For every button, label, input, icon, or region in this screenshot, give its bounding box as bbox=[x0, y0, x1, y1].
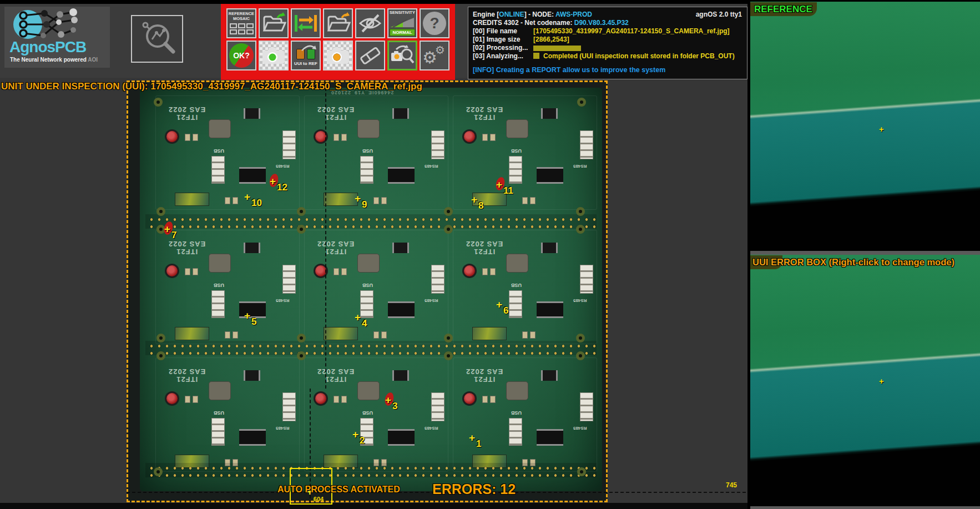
silkscreen-line2: EAS 2022 bbox=[168, 105, 205, 113]
marker-cross-icon: + bbox=[352, 429, 358, 440]
pcb-module: ITF21 EAS 2022 RS485 USB bbox=[453, 95, 597, 210]
error-marker-2[interactable]: +2 bbox=[352, 430, 362, 442]
passive-component bbox=[334, 396, 339, 403]
ok-check-button[interactable]: OK? bbox=[226, 41, 256, 70]
sensitivity-value-badge: NORMAL bbox=[390, 29, 415, 36]
error-box-panel[interactable]: UUI ERROR BOX (Right-click to change mod… bbox=[750, 255, 980, 506]
silkscreen-line1: ITF21 bbox=[317, 375, 354, 382]
error-marker-6[interactable]: +6 bbox=[496, 300, 506, 312]
passive-component bbox=[522, 331, 528, 339]
errors-count: ERRORS: 12 bbox=[432, 481, 516, 497]
mounting-hole bbox=[154, 98, 163, 107]
rs485-connector bbox=[431, 392, 444, 421]
passive-component bbox=[193, 268, 198, 275]
marker-number: 10 bbox=[251, 198, 262, 208]
silkscreen-text: ITF21 EAS 2022 bbox=[317, 239, 354, 255]
uui-to-ref-button[interactable]: UUI to REF bbox=[291, 41, 321, 70]
ic-chip-small bbox=[541, 108, 558, 119]
inspect-tool-box[interactable] bbox=[131, 15, 183, 63]
open-reference-button[interactable] bbox=[259, 8, 289, 38]
sensitivity-label: SENSITIVITY bbox=[390, 11, 415, 16]
capture-reference-button[interactable] bbox=[259, 41, 289, 70]
usb-label: USB bbox=[214, 283, 224, 288]
passive-component bbox=[193, 396, 198, 403]
rs485-label: RS485 bbox=[425, 426, 438, 431]
error-marker-4[interactable]: +4 bbox=[355, 313, 365, 325]
eye-slash-icon bbox=[357, 12, 383, 35]
error-box-image bbox=[750, 255, 980, 506]
marker-number: 4 bbox=[362, 319, 367, 328]
marker-cross-icon: + bbox=[164, 224, 170, 234]
inductor bbox=[357, 119, 380, 138]
rs485-label: RS485 bbox=[573, 298, 587, 303]
panel-separation-strip bbox=[145, 341, 597, 355]
label-window bbox=[175, 193, 209, 206]
error-marker-12[interactable]: +12 bbox=[270, 177, 280, 189]
error-marker-1[interactable]: +1 bbox=[469, 433, 479, 445]
error-marker-7[interactable]: +7 bbox=[164, 224, 174, 236]
rs485-connector bbox=[282, 265, 296, 294]
error-marker-8[interactable]: +8 bbox=[471, 195, 481, 207]
erase-button[interactable] bbox=[355, 41, 385, 70]
silkscreen-line2: EAS 2022 bbox=[317, 105, 354, 113]
settings-button[interactable]: ⚙⚙ bbox=[420, 41, 449, 70]
sensitivity-button[interactable]: SENSITIVITY NORMAL bbox=[387, 8, 417, 38]
marker-number: 12 bbox=[277, 183, 287, 192]
reference-image bbox=[750, 2, 980, 251]
error-marker-10[interactable]: +10 bbox=[244, 192, 254, 204]
error-marker-9[interactable]: +9 bbox=[355, 194, 365, 206]
cursor-y-coordinate: 745 bbox=[726, 481, 737, 489]
inductor bbox=[357, 254, 380, 273]
passive-component bbox=[373, 331, 379, 339]
pcb-image: 244960IE_Y19_221020 ITF21 EAS 2022 RS485… bbox=[140, 88, 602, 491]
auto-process-status: AUTO PROCESS ACTIVATED bbox=[277, 485, 400, 495]
error-marker-11[interactable]: +11 bbox=[496, 180, 506, 192]
marker-cross-icon: + bbox=[471, 194, 477, 205]
capacitor bbox=[314, 391, 328, 406]
mounting-hole bbox=[156, 334, 165, 342]
panel-separation-strip bbox=[145, 214, 597, 229]
capacitor bbox=[462, 129, 477, 144]
passive-component bbox=[373, 197, 379, 204]
hide-overlay-button[interactable] bbox=[355, 8, 385, 38]
capture-uui-button[interactable] bbox=[323, 41, 353, 70]
sensitivity-gauge-icon bbox=[390, 17, 415, 28]
mounting-hole bbox=[297, 351, 306, 360]
silkscreen-text: ITF21 EAS 2022 bbox=[168, 367, 205, 383]
ic-chip-small bbox=[392, 370, 409, 381]
passive-component bbox=[185, 268, 190, 275]
logo-title: AgnosPCB bbox=[9, 38, 86, 56]
net-codename: D90.V80.3.45.P32 bbox=[574, 19, 629, 27]
reference-mosaic-button[interactable]: REFERENCEMOSAIC bbox=[226, 8, 256, 38]
passive-component bbox=[341, 134, 347, 141]
pcb-module: ITF21 EAS 2022 RS485 USB bbox=[453, 357, 597, 472]
usb-label: USB bbox=[362, 283, 373, 288]
status-row: [01] Image size[2866,2543] bbox=[473, 36, 746, 44]
swap-ref-uui-button[interactable] bbox=[291, 8, 321, 38]
passive-component bbox=[185, 134, 190, 141]
error-marker-5[interactable]: +5 bbox=[244, 311, 254, 323]
marker-number: 8 bbox=[478, 201, 483, 210]
mounting-hole bbox=[156, 207, 165, 216]
camera-orange-icon bbox=[326, 46, 350, 65]
ic-chip-small bbox=[541, 243, 558, 253]
ic-chip-small bbox=[244, 243, 260, 253]
usb-connector bbox=[211, 418, 225, 446]
help-button[interactable]: ? bbox=[420, 8, 449, 38]
usb-label: USB bbox=[511, 148, 522, 154]
uui-viewport[interactable]: 244960IE_Y19_221020 ITF21 EAS 2022 RS485… bbox=[127, 80, 608, 502]
open-uui-button[interactable] bbox=[323, 8, 353, 38]
inspect-capture-button[interactable] bbox=[387, 41, 417, 70]
passive-component bbox=[482, 134, 488, 141]
mounting-hole bbox=[576, 334, 585, 342]
passive-component bbox=[530, 331, 536, 339]
inductor bbox=[209, 381, 231, 400]
pcb-module: ITF21 EAS 2022 RS485 USB bbox=[155, 357, 300, 472]
ic-chip-small bbox=[244, 370, 260, 381]
info-line: [INFO] Creating a REPORT allow us to imp… bbox=[473, 66, 665, 74]
toolbar: REFERENCEMOSAIC bbox=[221, 4, 455, 80]
error-marker-3[interactable]: +3 bbox=[385, 395, 395, 407]
pcb-module: ITF21 EAS 2022 RS485 USB bbox=[453, 230, 597, 344]
inductor bbox=[357, 381, 380, 400]
reference-panel[interactable]: REFERENCE + bbox=[750, 2, 980, 251]
